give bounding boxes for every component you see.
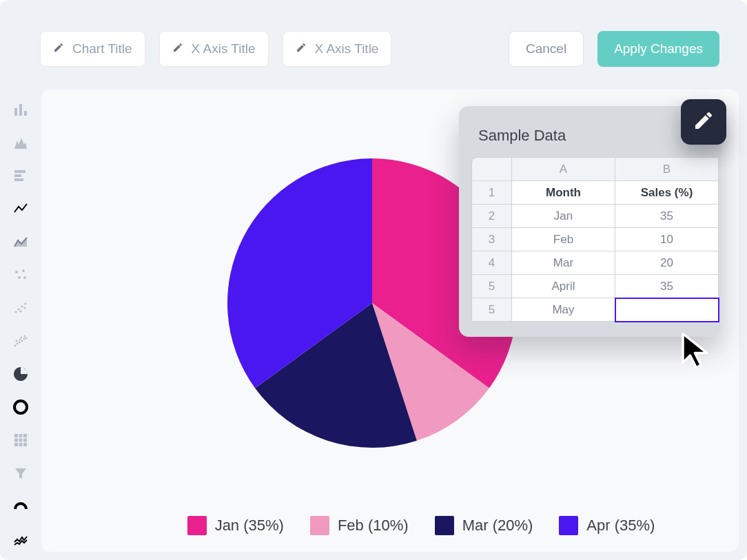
row-number[interactable]: 4 [472,251,512,275]
edit-data-button[interactable] [681,99,726,145]
scatter-sparse-icon[interactable] [10,266,31,284]
svg-point-12 [19,310,21,312]
svg-point-17 [17,343,19,345]
svg-rect-32 [23,439,27,442]
svg-rect-33 [14,443,18,446]
legend-item-apr: Apr (35%) [559,516,655,535]
row-number[interactable]: 5 [472,275,512,298]
table-row: 2Jan35 [472,205,719,228]
toolbar: Chart Title X Axis Title X Axis Title Ca… [0,0,747,76]
grid-cell[interactable] [615,298,719,322]
pencil-icon [53,41,64,56]
svg-rect-28 [19,434,23,437]
grid-cell[interactable]: 35 [615,205,719,228]
svg-rect-0 [14,108,17,116]
horizontal-bar-icon[interactable] [10,167,31,185]
table-row: 5April35 [472,275,719,298]
svg-point-15 [24,302,26,304]
apply-changes-button[interactable]: Apply Changes [597,31,719,67]
x-axis-title-input-2[interactable]: X Axis Title [283,31,392,67]
svg-point-14 [23,307,25,309]
grid-cell[interactable]: Mar [512,251,615,275]
svg-point-22 [21,337,23,339]
legend-label: Apr (35%) [586,517,655,535]
svg-rect-2 [24,111,27,116]
column-chart-icon[interactable] [10,134,31,152]
line-chart-icon[interactable] [10,200,31,218]
legend-item-feb: Feb (10%) [310,516,409,535]
svg-point-9 [23,276,26,279]
panel-title: Sample Data [478,127,704,145]
svg-point-26 [14,401,27,413]
table-row: 3Feb10 [472,228,719,251]
svg-rect-34 [19,443,23,446]
svg-rect-5 [14,178,23,181]
legend-swatch-icon [559,516,578,535]
row-number[interactable]: 1 [472,181,512,205]
svg-point-8 [18,276,21,279]
sparkline-icon[interactable] [10,530,31,548]
svg-point-20 [19,339,21,341]
legend-item-mar: Mar (20%) [435,516,533,535]
grid-cell[interactable]: Month [512,181,615,205]
grid-cell[interactable]: April [512,275,615,298]
grid-cell[interactable]: Feb [512,228,615,251]
scatter-dense-icon[interactable] [10,332,31,350]
svg-point-23 [23,338,25,340]
svg-point-21 [21,340,23,342]
chart-legend: Jan (35%)Feb (10%)Mar (20%)Apr (35%) [124,516,718,535]
chart-title-input[interactable]: Chart Title [40,31,145,67]
svg-point-13 [21,305,23,307]
cancel-button[interactable]: Cancel [509,31,584,67]
data-grid[interactable]: A B 1MonthSales (%)2Jan353Feb104Mar205Ap… [471,157,719,322]
legend-swatch-icon [187,516,207,535]
heatmap-icon[interactable] [10,431,31,449]
legend-label: Feb (10%) [338,517,409,535]
svg-rect-4 [14,174,21,177]
svg-rect-1 [19,104,22,116]
pencil-icon [296,41,307,56]
grid-cell[interactable]: 10 [615,228,719,251]
table-row: 1MonthSales (%) [472,181,719,205]
svg-point-24 [24,335,26,338]
pencil-icon [172,41,183,56]
col-header-b[interactable]: B [615,158,719,181]
chart-title-text: Chart Title [72,41,132,56]
funnel-icon[interactable] [10,464,31,482]
sample-data-panel: Sample Data A B 1MonthSales (%)2Jan353Fe… [459,106,721,337]
chart-canvas: Jan (35%)Feb (10%)Mar (20%)Apr (35%) Sam… [41,90,739,552]
svg-rect-27 [14,434,18,437]
pie-chart-icon[interactable] [10,365,31,383]
app-window: Chart Title X Axis Title X Axis Title Ca… [0,0,747,560]
svg-point-16 [14,345,17,347]
area-chart-icon[interactable] [10,233,31,251]
table-row: 5May [472,298,719,322]
grid-cell[interactable]: Sales (%) [615,181,719,205]
donut-chart-icon[interactable] [10,398,31,416]
row-number[interactable]: 5 [472,298,512,322]
legend-swatch-icon [435,516,454,535]
legend-swatch-icon [310,516,329,535]
svg-rect-35 [23,443,27,446]
col-header-a[interactable]: A [512,158,615,181]
row-number[interactable]: 3 [472,228,512,251]
scatter-medium-icon[interactable] [10,299,31,317]
svg-point-6 [15,271,18,273]
pencil-icon [693,110,715,134]
grid-cell[interactable]: 35 [615,275,719,298]
grid-cell[interactable]: 20 [615,251,719,275]
cursor-pointer-icon [678,331,717,370]
svg-point-7 [22,269,25,272]
x-axis-title-input-1[interactable]: X Axis Title [159,31,269,67]
grid-cell[interactable]: Jan [512,205,615,228]
svg-point-10 [14,311,17,313]
bar-chart-icon[interactable] [10,101,31,118]
svg-point-25 [25,338,28,340]
svg-rect-31 [19,439,23,442]
row-number[interactable]: 2 [472,205,512,228]
legend-label: Jan (35%) [215,517,284,535]
svg-rect-30 [14,439,18,442]
gauge-icon[interactable] [10,497,31,515]
svg-rect-29 [23,434,27,437]
grid-cell[interactable]: May [512,298,615,322]
